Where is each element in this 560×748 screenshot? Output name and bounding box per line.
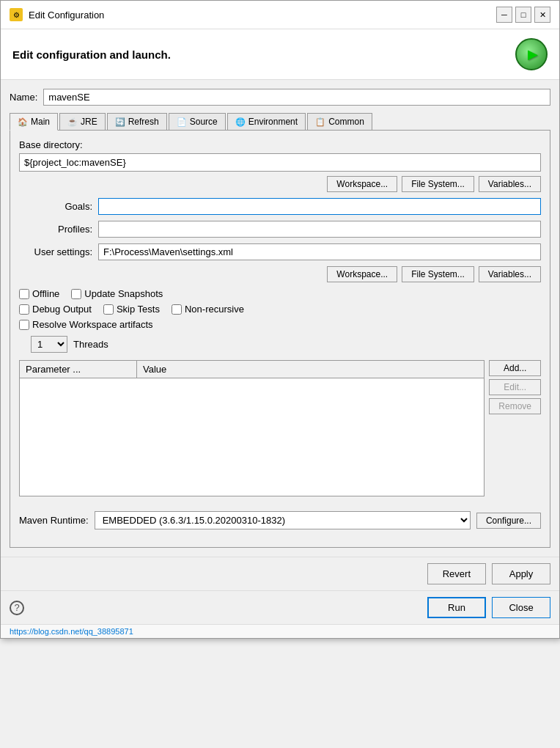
close-button-footer[interactable]: Close [492, 597, 550, 618]
footer-buttons: Run Close [427, 597, 550, 618]
skip-tests-checkbox[interactable] [103, 304, 114, 315]
skip-tests-checkbox-label[interactable]: Skip Tests [103, 304, 160, 315]
goals-label: Goals: [19, 201, 92, 212]
base-directory-label: Base directory: [19, 139, 541, 150]
user-settings-row: User settings: [19, 243, 541, 260]
environment-tab-icon: 🌐 [235, 117, 246, 127]
bottom-buttons-bar: Revert Apply [1, 557, 559, 590]
goals-input[interactable] [98, 198, 541, 215]
debug-output-checkbox-label[interactable]: Debug Output [19, 304, 92, 315]
checkbox-row-1: Offline Update Snapshots [19, 288, 541, 299]
threads-select[interactable]: 1 2 4 8 [31, 336, 67, 353]
name-label: Name: [10, 92, 37, 103]
resolve-workspace-checkbox[interactable] [19, 320, 29, 330]
run-button[interactable]: Run [427, 597, 486, 618]
parameter-table: Parameter ... Value [19, 360, 485, 496]
refresh-tab-icon: 🔄 [115, 117, 125, 127]
title-bar-controls: ─ □ ✕ [496, 7, 550, 23]
tab-main[interactable]: 🏠 Main [10, 113, 58, 131]
tabs-bar: 🏠 Main ☕ JRE 🔄 Refresh 📄 Source 🌐 Enviro… [10, 113, 550, 131]
tab-refresh-label: Refresh [128, 117, 159, 127]
status-bar: https://blog.csdn.net/qq_38895871 [1, 624, 559, 638]
base-directory-input[interactable] [19, 153, 541, 172]
name-input[interactable] [43, 89, 550, 106]
debug-output-label: Debug Output [32, 304, 92, 315]
user-settings-btn-row: Workspace... File System... Variables... [19, 266, 541, 282]
window-title: Edit Configuration [29, 10, 490, 21]
file-system-button-1[interactable]: File System... [402, 176, 474, 192]
minimize-button[interactable]: ─ [496, 7, 512, 23]
non-recursive-checkbox[interactable] [172, 304, 182, 315]
checkbox-row-2: Debug Output Skip Tests Non-recursive [19, 304, 541, 315]
table-buttons: Add... Edit... Remove [489, 360, 541, 504]
offline-checkbox-label[interactable]: Offline [19, 288, 59, 299]
table-body[interactable] [20, 378, 484, 496]
update-snapshots-checkbox[interactable] [71, 289, 81, 299]
debug-output-checkbox[interactable] [19, 304, 29, 315]
variables-button-1[interactable]: Variables... [479, 176, 541, 192]
base-directory-section: Base directory: Workspace... File System… [19, 139, 541, 192]
non-recursive-checkbox-label[interactable]: Non-recursive [172, 304, 244, 315]
revert-button[interactable]: Revert [427, 563, 486, 584]
tab-source[interactable]: 📄 Source [169, 113, 226, 130]
jre-tab-icon: ☕ [67, 117, 78, 127]
workspace-button-1[interactable]: Workspace... [327, 176, 397, 192]
goals-row: Goals: [19, 198, 541, 215]
workspace-button-2[interactable]: Workspace... [327, 266, 397, 282]
offline-checkbox[interactable] [19, 289, 29, 299]
run-launch-button[interactable] [515, 38, 548, 70]
tab-source-label: Source [190, 117, 218, 127]
common-tab-icon: 📋 [315, 117, 325, 127]
main-tab-icon: 🏠 [18, 117, 28, 127]
header-title: Edit configuration and launch. [12, 48, 171, 61]
tab-common-label: Common [328, 117, 364, 127]
maximize-button[interactable]: □ [515, 7, 531, 23]
threads-row: 1 2 4 8 Threads [31, 336, 541, 353]
tab-jre-label: JRE [81, 117, 97, 127]
remove-button[interactable]: Remove [489, 398, 541, 414]
update-snapshots-checkbox-label[interactable]: Update Snapshots [71, 288, 163, 299]
edit-button[interactable]: Edit... [489, 379, 541, 395]
tab-environment[interactable]: 🌐 Environment [227, 113, 306, 130]
tab-content-main: Base directory: Workspace... File System… [10, 131, 550, 548]
profiles-label: Profiles: [19, 224, 92, 235]
profiles-input[interactable] [98, 221, 541, 238]
update-snapshots-label: Update Snapshots [84, 288, 163, 299]
tab-jre[interactable]: ☕ JRE [59, 113, 106, 130]
skip-tests-label: Skip Tests [117, 304, 160, 315]
user-settings-input[interactable] [98, 243, 541, 260]
table-header: Parameter ... Value [20, 361, 484, 378]
col-value-header: Value [137, 361, 484, 378]
checkboxes-section: Offline Update Snapshots Debug Output Sk… [19, 288, 541, 330]
variables-button-2[interactable]: Variables... [479, 266, 541, 282]
name-row: Name: [10, 89, 550, 106]
file-system-button-2[interactable]: File System... [402, 266, 474, 282]
configure-button[interactable]: Configure... [476, 513, 541, 529]
help-button[interactable]: ? [10, 601, 24, 615]
title-bar: ⚙ Edit Configuration ─ □ ✕ [1, 1, 559, 29]
apply-button[interactable]: Apply [492, 563, 550, 584]
tab-environment-label: Environment [248, 117, 298, 127]
base-dir-btn-row: Workspace... File System... Variables... [19, 176, 541, 192]
footer-bar: ? Run Close [1, 590, 559, 624]
parameter-table-section: Parameter ... Value Add... Edit... Remov… [19, 360, 541, 504]
tab-refresh[interactable]: 🔄 Refresh [107, 113, 167, 130]
user-settings-label: User settings: [19, 246, 92, 257]
maven-runtime-label: Maven Runtime: [19, 515, 89, 526]
non-recursive-label: Non-recursive [185, 304, 244, 315]
resolve-workspace-checkbox-label[interactable]: Resolve Workspace artifacts [19, 319, 153, 330]
tab-common[interactable]: 📋 Common [307, 113, 372, 130]
gear-icon: ⚙ [13, 11, 20, 19]
maven-runtime-select[interactable]: EMBEDDED (3.6.3/1.15.0.20200310-1832) [95, 511, 471, 529]
maven-runtime-row: Maven Runtime: EMBEDDED (3.6.3/1.15.0.20… [19, 511, 541, 529]
resolve-workspace-label: Resolve Workspace artifacts [32, 319, 153, 330]
header-area: Edit configuration and launch. [1, 29, 559, 80]
add-button[interactable]: Add... [489, 360, 541, 376]
source-tab-icon: 📄 [177, 117, 187, 127]
checkbox-row-3: Resolve Workspace artifacts [19, 319, 541, 330]
offline-label: Offline [32, 288, 59, 299]
edit-configuration-window: ⚙ Edit Configuration ─ □ ✕ Edit configur… [0, 0, 560, 639]
profiles-row: Profiles: [19, 221, 541, 238]
close-button[interactable]: ✕ [534, 7, 550, 23]
threads-label: Threads [73, 339, 108, 350]
